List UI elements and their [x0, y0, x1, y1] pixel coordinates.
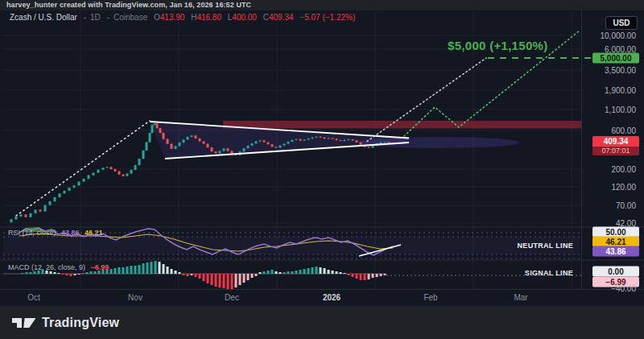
tradingview-logo-text: TradingView: [42, 316, 119, 330]
attribution-bar: harvey_hunter created with TradingView.c…: [0, 0, 644, 10]
price-scale-badge: 5,000.00: [592, 53, 639, 64]
macd-legend[interactable]: MACD (12, 26, close, 9) −6.99: [8, 263, 109, 271]
projection-trendline[interactable]: [367, 58, 486, 142]
price-scale-label: 3,500.00: [605, 66, 636, 75]
time-axis-label: 2026: [323, 293, 341, 302]
exchange-label: Coinbase: [114, 13, 147, 22]
price-scale-label: 1,900.00: [605, 86, 636, 95]
macd-label[interactable]: MACD (12, 26, close, 9): [8, 263, 85, 271]
change-value: −5.07 (−1.22%): [299, 13, 355, 22]
rsi-legend[interactable]: RSI (14, close) 43.86 46.21: [8, 229, 103, 237]
uptrend-dotted-line[interactable]: [16, 121, 150, 216]
time-axis-label: Oct: [27, 293, 40, 302]
price-scale-badge: 0.00: [592, 267, 639, 277]
time-axis-label: Mar: [514, 293, 527, 302]
tradingview-logo-icon: [11, 315, 35, 331]
price-scale-label: 10,000.00: [601, 31, 637, 40]
neutral-line-label[interactable]: NEUTRAL LINE: [485, 242, 573, 250]
ohlc-o-key: O: [154, 13, 160, 22]
price-scale-label: 600.00: [611, 126, 636, 135]
macd-value: −6.99: [91, 263, 109, 271]
signal-line-label[interactable]: SIGNAL LINE: [485, 269, 573, 277]
time-axis[interactable]: OctNovDec2026FebMar: [0, 290, 644, 306]
breakout-glow: [358, 137, 519, 148]
last-price-countdown-label: 409.3407:07:01: [592, 136, 639, 155]
rsi-value: 43.86: [61, 229, 80, 237]
attribution-text: harvey_hunter created with TradingView.c…: [6, 1, 251, 9]
ohlc-h-value: 416.80: [196, 13, 221, 22]
ohlc-o-value: 413.90: [160, 13, 185, 22]
time-axis-label: Nov: [128, 293, 142, 302]
symbol-legend[interactable]: Zcash / U.S. Dollar -1D -Coinbase O413.9…: [10, 13, 355, 22]
price-scale[interactable]: 10,000.006,000.005,000.003,500.001,900.0…: [582, 10, 644, 290]
time-axis-label: Feb: [423, 293, 437, 302]
ohlc-c-value: 409.34: [269, 13, 294, 22]
tradingview-logo-link[interactable]: TradingView: [11, 315, 119, 331]
currency-toggle-button[interactable]: USD: [605, 16, 638, 30]
time-axis-label: Dec: [225, 293, 239, 302]
price-scale-label: 70.00: [616, 201, 636, 210]
symbol-title[interactable]: Zcash / U.S. Dollar: [10, 13, 77, 22]
rsi-ma-value: 46.21: [85, 229, 103, 237]
ohlc-c-key: C: [263, 13, 269, 22]
price-scale-label: 120.00: [611, 183, 636, 192]
price-target-annotation[interactable]: $5,000 (+1,150%): [448, 39, 547, 52]
interval-label[interactable]: -: [84, 13, 86, 22]
rsi-label[interactable]: RSI (14, close): [8, 229, 56, 237]
resistance-zone[interactable]: [223, 121, 582, 129]
price-scale-label: 1,100.00: [605, 105, 636, 114]
price-scale-label: 200.00: [611, 165, 636, 174]
price-scale-badge: 43.86: [592, 246, 639, 257]
ohlc-l-value: 400.00: [232, 13, 257, 22]
footer-bar: TradingView: [0, 306, 644, 339]
